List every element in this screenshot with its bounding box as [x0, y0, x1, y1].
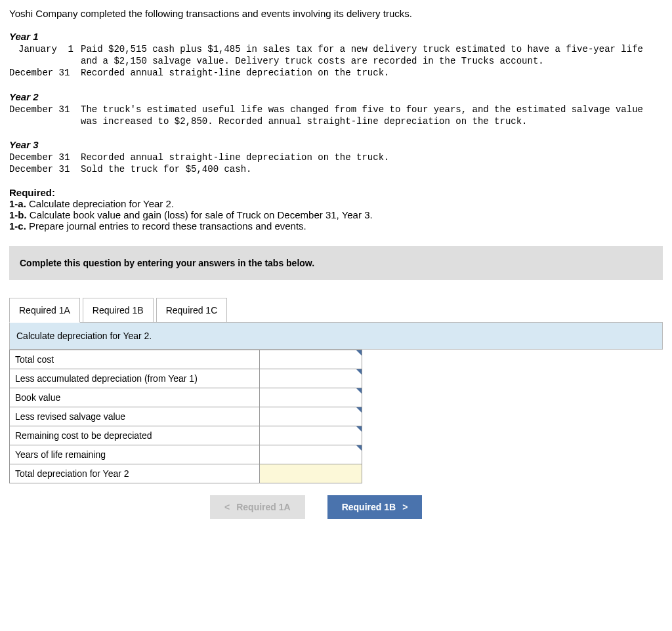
table-row: Less revised salvage value [10, 407, 362, 426]
row-total-depr-input[interactable] [260, 464, 362, 483]
table-row: Years of life remaining [10, 445, 362, 464]
year3-dec31b-date: December 31 [9, 163, 81, 175]
tab-required-1c[interactable]: Required 1C [156, 298, 228, 323]
corner-indicator-icon [356, 350, 362, 356]
table-row: Less accumulated depreciation (from Year… [10, 369, 362, 388]
row-less-accum-input[interactable] [260, 369, 362, 388]
corner-indicator-icon [356, 407, 362, 413]
row-book-value-input[interactable] [260, 388, 362, 407]
row-years-remaining-label: Years of life remaining [10, 445, 260, 464]
row-years-remaining-input[interactable] [260, 445, 362, 464]
corner-indicator-icon [356, 445, 362, 451]
row-book-value-label: Book value [10, 388, 260, 407]
req-1c-label: 1-c. [9, 220, 26, 232]
corner-indicator-icon [356, 426, 362, 432]
year1-heading: Year 1 [9, 31, 663, 42]
tab-required-1b[interactable]: Required 1B [83, 298, 154, 323]
req-1a-text: Calculate depreciation for Year 2. [26, 198, 174, 209]
tab-content-header: Calculate depreciation for Year 2. [9, 323, 663, 350]
next-button[interactable]: Required 1B > [327, 495, 423, 519]
chevron-left-icon: < [224, 502, 230, 512]
required-block: Required: 1-a. Calculate depreciation fo… [9, 187, 663, 232]
corner-indicator-icon [356, 388, 362, 394]
row-less-salvage-label: Less revised salvage value [10, 407, 260, 426]
table-row: Total depreciation for Year 2 [10, 464, 362, 483]
req-1b-label: 1-b. [9, 209, 27, 220]
table-row: Book value [10, 388, 362, 407]
year3-dec31a-text: Recorded annual straight-line depreciati… [81, 152, 663, 163]
required-title: Required: [9, 187, 663, 198]
year3-heading: Year 3 [9, 139, 663, 150]
table-row: Remaining cost to be depreciated [10, 426, 362, 445]
tabs-row: Required 1A Required 1B Required 1C [9, 297, 663, 323]
req-1b-text: Calculate book value and gain (loss) for… [27, 209, 373, 220]
year3-dec31a-date: December 31 [9, 152, 81, 163]
year2-dec31-date: December 31 [9, 104, 81, 127]
row-total-depr-label: Total depreciation for Year 2 [10, 464, 260, 483]
instruction-box: Complete this question by entering your … [9, 246, 663, 280]
row-total-cost-label: Total cost [10, 350, 260, 369]
intro-text: Yoshi Company completed the following tr… [9, 8, 663, 19]
year1-jan1-text: Paid $20,515 cash plus $1,485 in sales t… [81, 43, 663, 67]
prev-button-label: Required 1A [236, 502, 290, 512]
row-less-accum-label: Less accumulated depreciation (from Year… [10, 369, 260, 388]
chevron-right-icon: > [402, 502, 408, 512]
prev-button: < Required 1A [210, 495, 305, 519]
row-remaining-cost-label: Remaining cost to be depreciated [10, 426, 260, 445]
corner-indicator-icon [356, 369, 362, 375]
req-1a-label: 1-a. [9, 198, 26, 209]
year2-heading: Year 2 [9, 91, 663, 102]
tab-required-1a[interactable]: Required 1A [9, 298, 80, 323]
year2-dec31-text: The truck's estimated useful life was ch… [81, 104, 663, 127]
year1-dec31-date: December 31 [9, 67, 81, 79]
year1-jan1-date: January 1 [18, 43, 81, 67]
row-total-cost-input[interactable] [260, 350, 362, 369]
table-row: Total cost [10, 350, 362, 369]
next-button-label: Required 1B [342, 502, 396, 512]
year1-dec31-text: Recorded annual straight-line depreciati… [81, 67, 663, 79]
row-remaining-cost-input[interactable] [260, 426, 362, 445]
req-1c-text: Prepare journal entries to record these … [26, 220, 306, 232]
row-less-salvage-input[interactable] [260, 407, 362, 426]
year3-dec31b-text: Sold the truck for $5,400 cash. [81, 163, 663, 175]
calculation-table: Total cost Less accumulated depreciation… [9, 350, 362, 483]
